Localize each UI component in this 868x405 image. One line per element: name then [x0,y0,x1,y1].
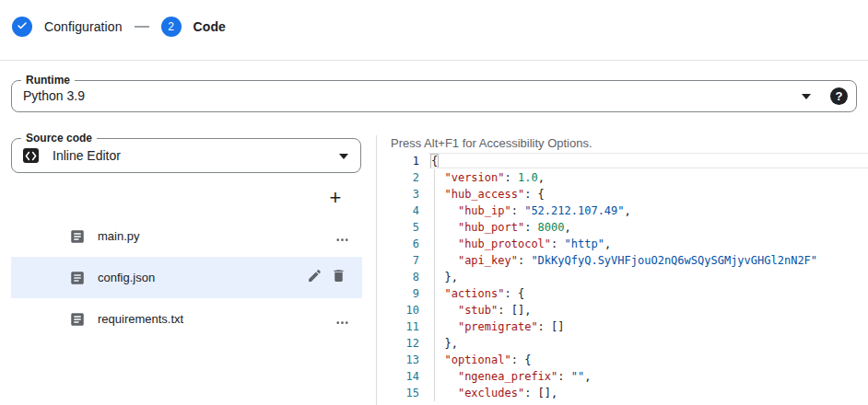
file-row-requirements.txt[interactable]: requirements.txt [11,298,362,340]
code-line: 1{ [377,153,868,169]
line-number: 7 [377,252,419,269]
file-list: main.pyconfig.jsonrequirements.txt [11,215,362,340]
line-number: 5 [377,219,419,236]
source-code-select-value: Inline Editor [53,139,121,172]
code-line: 15 "excludes": [], [377,385,868,401]
code-line: 12 }, [377,335,868,352]
step-code-label[interactable]: Code [194,19,226,34]
step-configuration-label[interactable]: Configuration [44,19,123,34]
step-code-number: 2 [168,20,174,33]
code-line: 8 }, [377,269,868,285]
runtime-select-value: Python 3.9 [23,81,85,111]
add-file-button[interactable]: + [323,185,348,211]
code-line: 6 "hub_protocol": "http", [377,236,868,252]
line-number: 9 [377,285,419,302]
dropdown-caret-icon [802,94,811,99]
section-divider [0,60,868,61]
code-editor[interactable]: 1{2 "version": 1.0,3 "hub_access": {4 "h… [377,153,868,405]
line-number: 13 [377,352,419,368]
runtime-select[interactable]: Runtime Python 3.9 ? [11,80,857,112]
delete-file-icon[interactable] [331,268,346,287]
line-number: 10 [377,302,419,318]
code-icon [23,148,39,163]
file-name: config.json [98,271,155,284]
step-connector [135,26,149,28]
source-code-select[interactable]: Source code Inline Editor [11,138,361,173]
code-line: 9 "actions": { [377,285,868,302]
accessibility-note: Press Alt+F1 for Accessibility Options. [391,136,592,150]
stepper: Configuration 2 Code [12,17,226,37]
dropdown-caret-icon [339,154,348,159]
more-options-icon[interactable] [334,228,351,249]
code-line: 10 "stub": [], [377,302,868,318]
file-name: requirements.txt [98,312,183,326]
line-number: 6 [377,236,419,252]
line-number: 2 [377,169,419,186]
edit-file-icon[interactable] [307,268,323,287]
file-icon [69,270,86,286]
code-line: 4 "hub_ip": "52.212.107.49", [377,202,868,219]
line-number: 8 [377,269,419,285]
editor-lines: 1{2 "version": 1.0,3 "hub_access": {4 "h… [377,153,868,401]
help-icon[interactable]: ? [830,87,848,105]
file-name: main.py [98,229,140,243]
file-icon [69,228,86,245]
step-code-circle[interactable]: 2 [161,17,182,37]
line-number: 15 [377,385,419,401]
code-line: 11 "premigrate": [] [377,318,868,335]
code-line: 13 "optional": { [377,352,868,368]
more-options-icon[interactable] [334,311,351,332]
code-line: 2 "version": 1.0, [377,169,868,186]
file-row-main.py[interactable]: main.py [11,215,362,257]
step-configuration-circle[interactable] [12,17,32,37]
code-line: 3 "hub_access": { [377,186,868,202]
line-number: 3 [377,186,419,202]
function-code-step-page: Configuration 2 Code Runtime Python 3.9 … [0,0,868,405]
code-line: 14 "ngenea_prefix": "", [377,368,868,385]
check-icon [17,20,28,34]
plus-icon: + [330,186,342,210]
line-number: 11 [377,318,419,335]
file-icon [69,311,86,328]
line-number: 1 [377,153,419,169]
line-number: 12 [377,335,419,352]
code-line: 7 "api_key": "DkKyQfyQ.SyVHFjouO2nQ6wSQy… [377,252,868,269]
file-row-config.json[interactable]: config.json [11,257,362,298]
code-line: 5 "hub_port": 8000, [377,219,868,236]
line-number: 14 [377,368,419,385]
line-number: 4 [377,202,419,219]
